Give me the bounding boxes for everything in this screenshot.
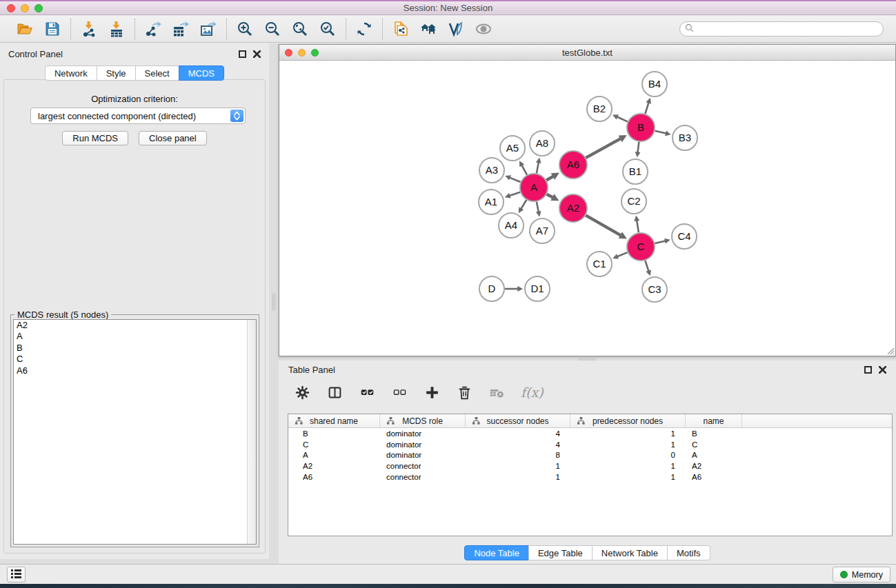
graph-node[interactable]: A6 bbox=[559, 151, 587, 179]
criterion-select[interactable]: largest connected component (directed) bbox=[30, 108, 246, 124]
graph-edge[interactable] bbox=[586, 139, 621, 158]
table-row[interactable]: A6connector11A6 bbox=[288, 472, 892, 483]
copy-network-icon[interactable] bbox=[392, 20, 410, 38]
deselect-all-icon[interactable] bbox=[391, 384, 408, 401]
graph-node[interactable]: B2 bbox=[587, 97, 612, 121]
memory-button[interactable]: Memory bbox=[833, 567, 890, 582]
graph-node[interactable]: A1 bbox=[479, 190, 504, 214]
graph-edge[interactable] bbox=[537, 163, 539, 174]
mcds-result-item[interactable]: C bbox=[14, 354, 256, 365]
graph-node[interactable]: A bbox=[520, 174, 548, 201]
gear-icon[interactable] bbox=[294, 384, 310, 401]
graph-node[interactable]: A4 bbox=[499, 213, 524, 238]
graph-node[interactable]: B3 bbox=[673, 125, 697, 150]
graph-node[interactable]: A8 bbox=[530, 131, 555, 156]
graph-edge[interactable] bbox=[617, 252, 628, 256]
graph-edge[interactable] bbox=[617, 117, 628, 122]
graph-edge[interactable] bbox=[521, 200, 526, 209]
mcds-result-item[interactable]: A2 bbox=[14, 320, 256, 331]
refresh-icon[interactable] bbox=[355, 20, 373, 38]
import-table-icon[interactable] bbox=[108, 20, 126, 38]
graph-node[interactable]: C4 bbox=[672, 224, 697, 249]
zoom-in-icon[interactable] bbox=[236, 20, 254, 38]
tab-network[interactable]: Network bbox=[45, 65, 97, 81]
zoom-fit-icon[interactable] bbox=[291, 20, 309, 38]
network-canvas[interactable]: AA1A2A3A4A5A6A7A8BB1B2B3B4CC1C2C3C4DD1 bbox=[280, 61, 895, 356]
graph-edge[interactable] bbox=[510, 178, 521, 182]
table-row[interactable]: Cdominator41C bbox=[288, 439, 892, 450]
graph-edge[interactable] bbox=[638, 142, 639, 152]
tab-select[interactable]: Select bbox=[135, 65, 179, 81]
graphics-details-icon[interactable] bbox=[475, 20, 492, 38]
tab-network-table[interactable]: Network Table bbox=[592, 545, 668, 560]
tab-node-table[interactable]: Node Table bbox=[464, 545, 529, 560]
graph-node[interactable]: A7 bbox=[530, 219, 555, 243]
search-box[interactable] bbox=[679, 21, 884, 37]
open-file-icon[interactable] bbox=[16, 20, 34, 38]
export-network-icon[interactable] bbox=[144, 20, 162, 38]
splitpane-divider[interactable] bbox=[272, 293, 276, 311]
tab-edge-table[interactable]: Edge Table bbox=[528, 545, 593, 560]
graph-edge[interactable] bbox=[655, 241, 665, 244]
run-mcds-button[interactable]: Run MCDS bbox=[62, 131, 128, 145]
graph-edge[interactable] bbox=[586, 215, 621, 235]
export-table-icon[interactable] bbox=[172, 20, 190, 38]
vizmapper-icon[interactable] bbox=[447, 20, 465, 38]
graph-node[interactable]: D1 bbox=[525, 276, 550, 301]
graph-edge[interactable] bbox=[655, 131, 666, 134]
table-row[interactable]: A2connector11A2 bbox=[288, 460, 892, 472]
graph-edge[interactable] bbox=[637, 221, 639, 233]
column-header-successor-nodes[interactable]: successor nodes bbox=[466, 414, 570, 427]
search-input[interactable] bbox=[697, 23, 883, 35]
first-neighbors-icon[interactable] bbox=[419, 20, 437, 38]
zoom-selected-icon[interactable] bbox=[319, 20, 337, 38]
mcds-result-item[interactable]: A bbox=[14, 331, 256, 342]
graph-node[interactable]: D bbox=[479, 276, 504, 301]
float-panel-icon[interactable] bbox=[239, 50, 246, 58]
graph-node[interactable]: B1 bbox=[623, 159, 648, 184]
graph-edge[interactable] bbox=[645, 261, 648, 271]
tab-mcds[interactable]: MCDS bbox=[179, 65, 224, 81]
graph-edge[interactable] bbox=[546, 176, 553, 181]
column-header-shared-name[interactable]: shared name bbox=[288, 414, 380, 427]
export-image-icon[interactable] bbox=[199, 20, 217, 38]
graph-edge[interactable] bbox=[645, 103, 648, 114]
scrollbar[interactable] bbox=[247, 320, 256, 544]
tab-motifs[interactable]: Motifs bbox=[667, 545, 710, 560]
column-header-name[interactable]: name bbox=[686, 414, 742, 427]
graph-node[interactable]: A3 bbox=[479, 158, 504, 183]
mcds-result-item[interactable]: B bbox=[14, 343, 256, 354]
graph-edge[interactable] bbox=[537, 202, 539, 212]
mcds-result-list[interactable]: A2ABCA6 bbox=[13, 319, 257, 545]
graph-node[interactable]: B bbox=[627, 114, 655, 141]
close-panel-icon[interactable] bbox=[879, 366, 886, 374]
save-session-icon[interactable] bbox=[43, 20, 61, 38]
graph-edge[interactable] bbox=[510, 192, 521, 196]
graph-edge[interactable] bbox=[547, 194, 553, 198]
graph-node[interactable]: A2 bbox=[559, 194, 587, 222]
close-panel-icon[interactable] bbox=[253, 50, 261, 58]
graph-node[interactable]: C2 bbox=[621, 189, 646, 214]
graph-node[interactable]: C3 bbox=[642, 277, 667, 302]
graph-node[interactable]: B4 bbox=[642, 72, 667, 97]
close-panel-button[interactable]: Close panel bbox=[139, 131, 207, 145]
delete-column-icon[interactable] bbox=[456, 384, 472, 401]
column-header-mcds-role[interactable]: MCDS role bbox=[380, 414, 466, 427]
graph-edge[interactable] bbox=[521, 165, 527, 175]
select-all-icon[interactable] bbox=[359, 384, 375, 401]
column-header-predecessor-nodes[interactable]: predecessor nodes bbox=[570, 414, 686, 427]
zoom-out-icon[interactable] bbox=[263, 20, 281, 38]
graph-node[interactable]: C1 bbox=[587, 252, 612, 276]
mcds-result-item[interactable]: A6 bbox=[14, 365, 256, 376]
table-row[interactable]: Bdominator41B bbox=[288, 428, 892, 439]
split-columns-icon[interactable] bbox=[326, 384, 343, 401]
resize-grip-icon[interactable] bbox=[885, 345, 895, 355]
graph-node[interactable]: A5 bbox=[500, 136, 525, 161]
add-column-icon[interactable] bbox=[424, 384, 440, 401]
float-panel-icon[interactable] bbox=[864, 366, 872, 374]
tab-style[interactable]: Style bbox=[97, 65, 136, 81]
task-history-button[interactable] bbox=[7, 567, 26, 582]
table-row[interactable]: Adominator80A bbox=[288, 450, 892, 461]
import-network-icon[interactable] bbox=[80, 20, 98, 38]
graph-node[interactable]: C bbox=[627, 233, 655, 261]
